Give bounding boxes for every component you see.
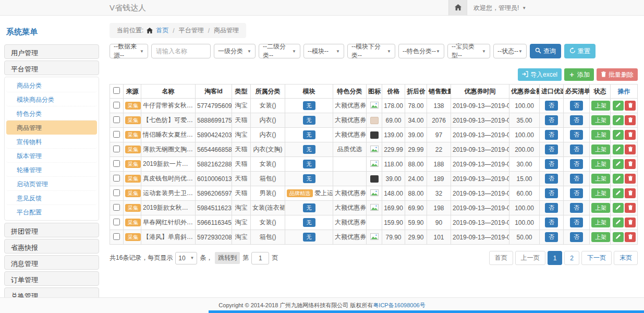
module-badge[interactable]: 无	[303, 174, 315, 183]
search-button[interactable]: 查询	[530, 44, 561, 58]
edit-button[interactable]	[613, 115, 624, 125]
edit-button[interactable]	[613, 159, 624, 169]
status-button[interactable]: 上架	[591, 232, 610, 242]
must-buy-toggle[interactable]: 否	[570, 145, 583, 154]
status-button[interactable]: 上架	[591, 159, 610, 169]
row-checkbox[interactable]	[113, 146, 120, 152]
user-menu[interactable]: 欢迎您，管理员! ▼	[467, 0, 532, 16]
delete-button[interactable]	[625, 130, 636, 140]
edit-button[interactable]	[613, 130, 624, 140]
reset-button[interactable]: 重置	[564, 44, 596, 58]
module-badge[interactable]: 无	[303, 160, 315, 168]
pager-button-1[interactable]: 1	[548, 251, 563, 265]
status-button[interactable]: 上架	[591, 101, 610, 111]
filter-select-5[interactable]: --模块下分类--▼	[347, 44, 395, 58]
pager-button-首页[interactable]: 首页	[489, 251, 513, 265]
module-badge[interactable]: 无	[303, 203, 315, 212]
module-badge[interactable]: 品牌精选	[287, 189, 313, 197]
icp-link[interactable]: 粤ICP备16098006号	[373, 302, 425, 309]
sidebar-item[interactable]: 意见反馈	[6, 191, 97, 205]
sidebar-item-active[interactable]: 商品管理	[6, 121, 97, 135]
filter-select-4[interactable]: --模块--▼	[303, 44, 344, 58]
module-badge[interactable]: 无	[303, 145, 315, 154]
delete-button[interactable]	[625, 218, 636, 227]
sidebar-item[interactable]: 轮播管理	[6, 163, 97, 177]
sidebar-group-item[interactable]: 兑换管理	[4, 287, 99, 297]
import-select-toggle[interactable]: 否	[545, 203, 558, 213]
delete-button[interactable]	[625, 101, 636, 111]
status-button[interactable]: 上架	[591, 130, 610, 140]
must-buy-toggle[interactable]: 否	[570, 130, 583, 140]
home-button[interactable]	[448, 0, 467, 16]
edit-button[interactable]	[613, 218, 624, 227]
module-badge[interactable]: 无	[303, 218, 315, 227]
sidebar-group-item[interactable]: 订单管理	[4, 271, 99, 286]
add-button[interactable]: ＋ 添加	[564, 68, 594, 81]
edit-button[interactable]	[613, 203, 624, 213]
must-buy-toggle[interactable]: 否	[570, 203, 583, 213]
row-checkbox[interactable]	[113, 116, 120, 123]
sidebar-group-item[interactable]: 消息管理	[4, 255, 99, 270]
pager-button-2[interactable]: 2	[564, 251, 579, 265]
sidebar-item[interactable]: 商品分类	[6, 78, 97, 92]
pager-button-上一页[interactable]: 上一页	[515, 251, 545, 265]
must-buy-toggle[interactable]: 否	[570, 232, 583, 242]
filter-select-3[interactable]: --二级分类--▼	[259, 44, 300, 58]
row-checkbox[interactable]	[113, 219, 120, 225]
select-all-checkbox[interactable]	[113, 87, 120, 94]
must-buy-toggle[interactable]: 否	[570, 218, 583, 227]
row-checkbox[interactable]	[113, 131, 120, 138]
status-button[interactable]: 上架	[591, 203, 610, 213]
row-checkbox[interactable]	[113, 102, 120, 109]
must-buy-toggle[interactable]: 否	[570, 159, 583, 169]
batch-delete-button[interactable]: 批量删除	[597, 68, 638, 81]
row-checkbox[interactable]	[113, 204, 120, 211]
import-select-toggle[interactable]: 否	[545, 159, 558, 169]
row-checkbox[interactable]	[113, 189, 120, 196]
sidebar-group-item[interactable]: 用户管理	[4, 44, 99, 59]
sidebar-item[interactable]: 平台配置	[6, 205, 97, 219]
module-badge[interactable]: 无	[303, 101, 315, 110]
must-buy-toggle[interactable]: 否	[570, 101, 583, 111]
import-select-toggle[interactable]: 否	[545, 101, 558, 111]
delete-button[interactable]	[625, 188, 636, 198]
edit-button[interactable]	[613, 101, 624, 111]
filter-select-6[interactable]: --特色分类--▼	[398, 44, 444, 58]
import-select-toggle[interactable]: 否	[545, 145, 558, 154]
pager-button-下一页[interactable]: 下一页	[581, 251, 612, 265]
must-buy-toggle[interactable]: 否	[570, 174, 583, 184]
sidebar-item[interactable]: 特色分类	[6, 106, 97, 121]
sidebar-group-item[interactable]: 拼团管理	[4, 223, 99, 237]
delete-button[interactable]	[625, 159, 636, 169]
delete-button[interactable]	[625, 145, 636, 154]
edit-button[interactable]	[613, 174, 624, 184]
import-select-toggle[interactable]: 否	[545, 174, 558, 184]
status-button[interactable]: 上架	[591, 115, 610, 125]
module-badge[interactable]: 无	[303, 233, 315, 242]
module-badge[interactable]: 无	[303, 130, 315, 139]
delete-button[interactable]	[625, 203, 636, 213]
must-buy-toggle[interactable]: 否	[570, 115, 583, 125]
row-checkbox[interactable]	[113, 160, 120, 167]
import-select-toggle[interactable]: 否	[545, 130, 558, 140]
sidebar-item[interactable]: 版本管理	[6, 149, 97, 163]
delete-button[interactable]	[625, 115, 636, 125]
import-select-toggle[interactable]: 否	[545, 218, 558, 227]
import-select-toggle[interactable]: 否	[545, 232, 558, 242]
jump-page-input[interactable]	[251, 252, 269, 264]
filter-select-7[interactable]: --宝贝类型--▼	[447, 44, 490, 58]
import-excel-button[interactable]: 导入excel	[518, 68, 562, 81]
edit-button[interactable]	[613, 145, 624, 154]
filter-select-8[interactable]: --状态--▼	[493, 44, 527, 58]
import-select-toggle[interactable]: 否	[545, 188, 558, 198]
must-buy-toggle[interactable]: 否	[570, 188, 583, 198]
edit-button[interactable]	[613, 188, 624, 198]
status-button[interactable]: 上架	[591, 145, 610, 154]
jump-to-button[interactable]: 跳转到	[215, 252, 240, 264]
pager-button-末页[interactable]: 末页	[614, 251, 638, 265]
filter-select-0[interactable]: --数据来源--▼	[110, 44, 148, 58]
import-select-toggle[interactable]: 否	[545, 115, 558, 125]
status-button[interactable]: 上架	[591, 188, 610, 198]
module-badge[interactable]: 无	[303, 116, 315, 125]
delete-button[interactable]	[625, 174, 636, 184]
